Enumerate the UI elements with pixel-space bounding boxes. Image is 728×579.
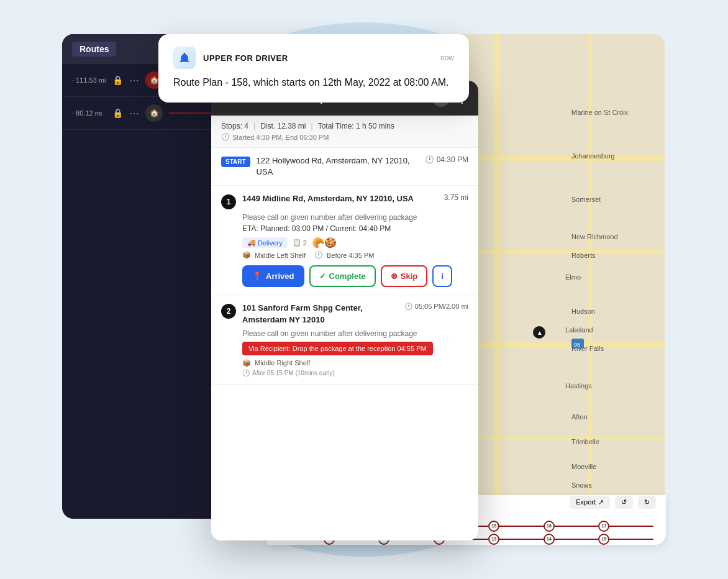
pkg-icons: 🥐🍪	[312, 237, 337, 248]
skip-button[interactable]: ⊗ Skip	[381, 265, 427, 287]
shelf-name-2: Middle Right Shelf	[255, 359, 310, 367]
undo-button[interactable]: ↺	[615, 496, 633, 509]
svg-text:Marine on St Croix: Marine on St Croix	[571, 109, 629, 116]
stop-dist-1: 3.75 mi	[444, 193, 468, 202]
tl-node-13b: 13	[488, 534, 499, 545]
route-dist-1: · 111.53 mi	[72, 76, 106, 84]
routes-label[interactable]: Routes	[72, 42, 116, 57]
arrived-button[interactable]: 📍 Arrived	[242, 265, 304, 287]
shelf-icon-2: 📦	[242, 359, 251, 367]
stop-number-2: 2	[221, 304, 236, 319]
svg-point-56	[533, 326, 545, 339]
location-icon: 📍	[252, 271, 262, 281]
stop-eta-1: ETA: Planned: 03:00 PM / Current: 04:40 …	[221, 224, 468, 233]
start-address: 122 Hollywood Rd, Amsterdam, NY 12010, U…	[257, 155, 419, 178]
stop-item-1: 1 1449 Midline Rd, Amsterdam, NY 12010, …	[211, 186, 478, 295]
pkg-count: 📋 2	[293, 239, 307, 247]
stop-header-row-2: 2 101 Sanford Farm Shpg Center, Amsterda…	[221, 303, 468, 325]
clock-icon-summary: 🕐	[221, 133, 230, 141]
stops-list: START 122 Hollywood Rd, Amsterdam, NY 12…	[211, 148, 478, 540]
stop-actions-1: 📍 Arrived ✓ Complete ⊗ Skip i	[221, 265, 468, 287]
seg	[555, 526, 599, 527]
svg-text:Afton: Afton	[571, 413, 588, 421]
svg-text:95: 95	[574, 342, 580, 348]
svg-text:River Falls: River Falls	[571, 345, 604, 352]
copy-icon: 📋	[293, 239, 301, 247]
before-time-1: Before 4:35 PM	[327, 252, 374, 259]
shelf-clock-2: 🕐	[242, 370, 250, 376]
export-icon: ↗	[598, 498, 604, 506]
tl-node-14b: 14	[544, 534, 555, 545]
tl-node-16: 16	[544, 521, 555, 532]
svg-text:Lakeland: Lakeland	[565, 326, 593, 334]
seg2	[499, 539, 544, 540]
stop-note-1: Please call on given number after delive…	[221, 213, 468, 222]
svg-text:Trimbelle: Trimbelle	[571, 438, 599, 445]
shelf-icon-1: 📦	[242, 251, 251, 259]
undo-icon: ↺	[621, 498, 627, 506]
tl-node-17: 17	[598, 521, 609, 532]
more-dots-2[interactable]: ⋯	[129, 107, 139, 119]
start-badge: START	[221, 157, 250, 167]
route-dist-2: · 80.12 mi	[72, 109, 106, 117]
svg-text:Somerset: Somerset	[571, 196, 601, 203]
notif-header: UPPER FOR DRIVER now	[173, 47, 454, 69]
stop-address-1: 1449 Midline Rd, Amsterdam, NY 12010, US…	[242, 193, 438, 204]
check-icon: ✓	[319, 271, 326, 281]
stop-shelf-2: 📦 Middle Right Shelf	[221, 359, 468, 367]
svg-text:Hudson: Hudson	[571, 308, 595, 315]
tl-node-15b: 15	[598, 534, 609, 545]
stop-shelf-1: 📦 Middle Left Shelf 🕐 Before 4:35 PM	[221, 251, 468, 259]
route-summary: Stops: 4 | Dist. 12.38 mi | Total Time: …	[211, 116, 478, 148]
info-button[interactable]: i	[432, 265, 452, 287]
svg-text:Roberts: Roberts	[571, 252, 596, 259]
complete-button[interactable]: ✓ Complete	[309, 265, 376, 287]
clock-icon-start: 🕐	[425, 155, 434, 164]
svg-rect-54	[571, 339, 584, 349]
shelf-clock-1: 🕐	[314, 251, 323, 259]
more-dots-1[interactable]: ⋯	[129, 75, 139, 86]
notif-app-icon	[173, 47, 196, 69]
stop-tags-1: 🚚 Delivery 📋 2 🥐🍪	[221, 237, 468, 248]
skip-icon: ⊗	[391, 271, 398, 281]
stop-number-1: 1	[221, 194, 236, 209]
svg-text:Johannesburg: Johannesburg	[571, 152, 615, 160]
svg-text:Elmo: Elmo	[565, 273, 581, 281]
shelf-name-1: Middle Left Shelf	[255, 252, 306, 259]
stop-item-2: 2 101 Sanford Farm Shpg Center, Amsterda…	[211, 295, 478, 384]
tl-node-15: 15	[488, 521, 499, 532]
stops-count: Stops: 4	[221, 122, 248, 130]
seg2	[555, 539, 599, 540]
export-label: Export	[576, 498, 596, 506]
alert-banner-2: Via Recipient: Drop the package at the r…	[242, 342, 433, 355]
notif-app-name: UPPER FOR DRIVER	[203, 53, 288, 63]
stop-start: START 122 Hollywood Rd, Amsterdam, NY 12…	[211, 148, 478, 186]
svg-text:▲: ▲	[537, 329, 543, 336]
shelf-time-badge-2: 🕐 After 05:15 PM (10mins early)	[221, 370, 468, 376]
stop-time-2: 🕐 05:05 PM/2.00 mi	[404, 303, 468, 311]
delivery-tag: 🚚 Delivery	[242, 237, 288, 248]
home-icon-2: 🏠	[145, 104, 163, 122]
refresh-button[interactable]: ↻	[638, 496, 656, 509]
svg-text:Hastings: Hastings	[565, 382, 592, 390]
dist-info: Dist. 12.38 mi	[260, 122, 306, 130]
seg	[609, 526, 653, 527]
seg2	[609, 539, 653, 540]
export-button[interactable]: Export ↗	[570, 496, 610, 509]
stop-address-2: 101 Sanford Farm Shpg Center, Amsterdam …	[242, 303, 398, 325]
stop-info-1: 1449 Midline Rd, Amsterdam, NY 12010, US…	[242, 193, 438, 204]
seg	[499, 526, 544, 527]
svg-text:Moeville: Moeville	[571, 463, 596, 470]
svg-text:New Richmond: New Richmond	[571, 233, 618, 240]
stop-header-row-1: 1 1449 Midline Rd, Amsterdam, NY 12010, …	[221, 193, 468, 209]
stop-note-2: Please call on given number after delive…	[221, 329, 468, 338]
notif-time: now	[440, 53, 454, 62]
stop-info-2: 101 Sanford Farm Shpg Center, Amsterdam …	[242, 303, 398, 325]
total-time: Total Time: 1 h 50 mins	[318, 122, 394, 130]
notif-body: Route Plan - 158, which starts on 12th M…	[173, 75, 454, 90]
summary-line1: Stops: 4 | Dist. 12.38 mi | Total Time: …	[221, 122, 468, 130]
svg-text:Snows: Snows	[571, 481, 593, 489]
lock-icon-1: 🔒	[112, 75, 123, 85]
started-time: Started 4:30 PM, End 06:30 PM	[232, 134, 329, 141]
app-panel: ← Route 2 - Museumplein/Amster... ? ⋮ St…	[211, 81, 478, 540]
